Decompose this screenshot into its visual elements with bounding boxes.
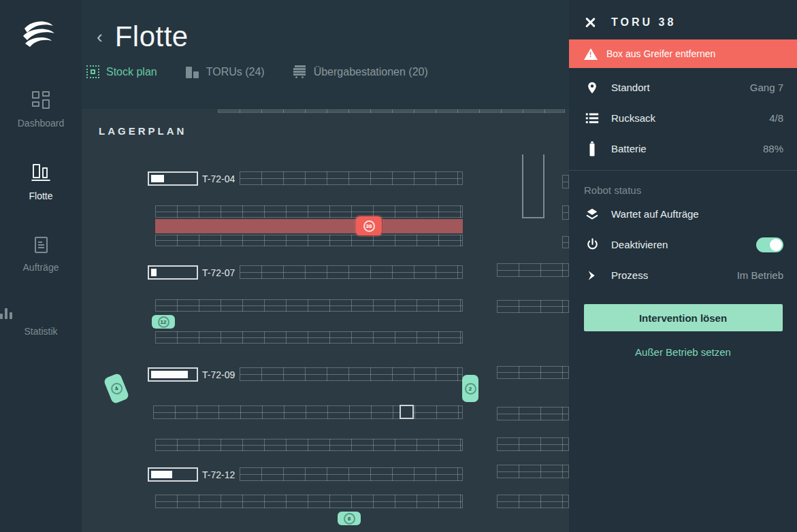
- page-header: ‹ Flotte Stock plan TORUs (24) Übergabes…: [82, 0, 569, 109]
- detail-label: Batterie: [611, 143, 647, 154]
- shelf-row: [240, 265, 463, 279]
- shelf-row: [155, 495, 463, 508]
- detail-row-standort: Standort Gang 7: [569, 72, 797, 103]
- battery-icon: [584, 141, 600, 157]
- shelf-row: [240, 171, 463, 185]
- fleet-boxes-icon: [31, 164, 50, 182]
- robot-detail-panel: TORU 38 ! Box aus Greifer entfernen Stan…: [569, 0, 797, 532]
- shelf-row: [153, 405, 463, 419]
- robot-details: Standort Gang 7 Rucksack 4/8 Batterie 88…: [569, 72, 797, 164]
- tab-bar: Stock plan TORUs (24) Übergabestationen …: [86, 65, 569, 78]
- sidebar: Dashboard Flotte Aufträge Statistik: [0, 0, 82, 532]
- detail-value: 4/8: [769, 112, 783, 124]
- sidebar-item-label: Dashboard: [0, 118, 82, 129]
- status-label: Deaktivieren: [611, 239, 668, 250]
- robot-id-badge: 38: [363, 220, 375, 232]
- layers-icon: [584, 207, 600, 222]
- dashboard-grid-icon: [32, 91, 50, 109]
- transfer-station-icon: [293, 65, 307, 78]
- robot-marker[interactable]: 2: [462, 375, 478, 402]
- robot-id-badge: 8: [344, 513, 355, 525]
- robot-id-badge: 4: [109, 381, 124, 396]
- app-window: Dashboard Flotte Aufträge Statistik ‹ Fl…: [0, 0, 797, 532]
- robot-marker[interactable]: 12: [152, 315, 175, 329]
- sidebar-item-statistik[interactable]: Statistik: [0, 308, 82, 337]
- shelf-row: [155, 331, 463, 344]
- shelf-row: [497, 366, 569, 379]
- rack-label[interactable]: T-72-04: [148, 171, 257, 186]
- rack-label[interactable]: T-72-09: [148, 367, 257, 382]
- rack-label-text: T-72-04: [202, 173, 235, 184]
- panel-title: TORU 38: [611, 16, 676, 29]
- dock-outline: [522, 154, 544, 218]
- sidebar-item-label: Aufträge: [0, 262, 82, 273]
- tab-label: Übergabestationen (20): [314, 66, 428, 78]
- list-icon: [584, 112, 600, 124]
- orders-document-icon: [35, 237, 48, 253]
- detail-row-batterie: Batterie 88%: [569, 133, 797, 164]
- shelf-row: [155, 439, 463, 451]
- rack-fill-gauge: [148, 265, 198, 280]
- sidebar-item-label: Statistik: [0, 326, 82, 337]
- robot-marker[interactable]: 8: [338, 512, 361, 525]
- sidebar-item-dashboard[interactable]: Dashboard: [0, 91, 82, 129]
- alert-aisle-segment: [155, 219, 357, 233]
- shelf-row: [155, 205, 463, 218]
- shelf-row: [240, 367, 463, 381]
- status-label: Wartet auf Aufträge: [611, 208, 699, 220]
- map-title: LAGERPLAN: [99, 125, 186, 137]
- rack-label[interactable]: T-72-12: [148, 467, 257, 482]
- shelf-row: [218, 110, 565, 113]
- rack-label-text: T-72-12: [202, 469, 235, 480]
- close-icon[interactable]: [584, 16, 596, 29]
- power-icon: [584, 237, 600, 252]
- process-chevron-icon: [584, 269, 600, 282]
- back-chevron-icon[interactable]: ‹: [94, 28, 105, 46]
- detail-value: 88%: [763, 143, 783, 154]
- resolve-intervention-button[interactable]: Intervention lösen: [584, 304, 783, 331]
- status-value: Im Betrieb: [737, 269, 783, 281]
- detail-label: Rucksack: [611, 112, 655, 124]
- rack-label[interactable]: T-72-07: [148, 265, 257, 280]
- shelf-row: [562, 175, 569, 188]
- rack-fill-gauge: [148, 171, 198, 186]
- page-title: Flotte: [115, 20, 189, 53]
- shelf-row: [155, 235, 463, 246]
- status-row-wartet: Wartet auf Aufträge: [569, 199, 797, 229]
- robot-marker[interactable]: 38: [356, 216, 382, 235]
- robot-marker[interactable]: 4: [103, 373, 129, 405]
- highlighted-cell: [400, 405, 414, 419]
- shelf-row: [497, 407, 569, 420]
- out-of-service-link[interactable]: Außer Betrieb setzen: [569, 346, 797, 358]
- location-pin-icon: [584, 80, 600, 95]
- shelf-row: [240, 467, 463, 481]
- company-logo-icon: [19, 18, 82, 56]
- section-label: Robot status: [569, 171, 797, 199]
- robot-status-rows: Wartet auf Aufträge Deaktivieren Prozess…: [569, 199, 797, 290]
- status-row-prozess: Prozess Im Betrieb: [569, 260, 797, 290]
- tab-label: TORUs (24): [206, 66, 265, 78]
- stock-plan-icon: [86, 65, 99, 78]
- rack-fill-gauge: [148, 367, 198, 382]
- tab-stock-plan[interactable]: Stock plan: [86, 65, 157, 78]
- robot-id-badge: 2: [465, 383, 476, 395]
- sidebar-item-auftraege[interactable]: Aufträge: [0, 237, 82, 273]
- alert-text: Box aus Greifer entfernen: [606, 48, 715, 59]
- rack-label-text: T-72-09: [202, 369, 235, 380]
- detail-value: Gang 7: [750, 82, 783, 93]
- status-label: Prozess: [611, 269, 648, 281]
- shelf-row: [497, 465, 569, 478]
- statistics-bars-icon: [0, 308, 82, 319]
- deactivate-toggle[interactable]: [756, 237, 783, 252]
- rack-label-text: T-72-07: [202, 267, 235, 278]
- intervention-alert-banner[interactable]: ! Box aus Greifer entfernen: [569, 39, 797, 68]
- sidebar-item-flotte[interactable]: Flotte: [0, 164, 82, 201]
- tab-torus[interactable]: TORUs (24): [186, 66, 265, 78]
- robot-id-badge: 12: [158, 316, 169, 328]
- toggle-knob: [770, 239, 782, 251]
- warning-triangle-icon: !: [584, 48, 598, 60]
- sidebar-item-label: Flotte: [0, 190, 82, 201]
- tab-uebergabestationen[interactable]: Übergabestationen (20): [293, 65, 428, 78]
- shelf-row: [497, 263, 569, 277]
- status-row-deaktivieren: Deaktivieren: [569, 229, 797, 260]
